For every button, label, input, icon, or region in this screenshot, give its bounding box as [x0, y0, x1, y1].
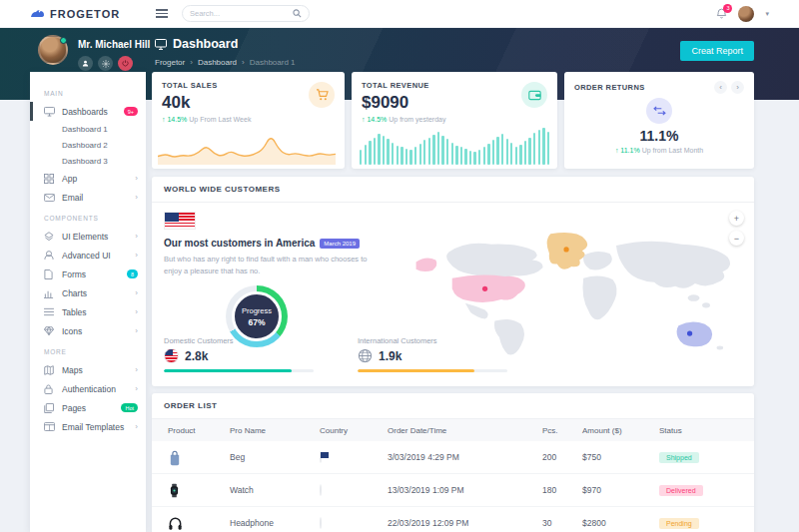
map-region-usa: [452, 275, 525, 302]
notifications-button[interactable]: 3: [716, 8, 727, 20]
revenue-bar: [360, 150, 362, 165]
column-header: Pro Name: [230, 426, 320, 435]
sidebar-item-dashboard-1[interactable]: Dashboard 1: [30, 121, 146, 137]
world-headline: Our most customers in America: [164, 238, 315, 249]
sidebar-item-label: Maps: [62, 365, 83, 375]
sidebar-item-maps[interactable]: Maps›: [30, 360, 146, 379]
revenue-bar: [483, 147, 485, 165]
sidebar-item-app[interactable]: App›: [30, 169, 146, 188]
online-status-dot: [60, 37, 67, 44]
gem-icon: [44, 325, 55, 336]
sidebar-item-label: Authentication: [62, 384, 116, 394]
search-bar: [182, 5, 310, 22]
revenue-bar: [432, 135, 434, 165]
column-header: Amount ($): [582, 426, 659, 435]
revenue-bar: [397, 146, 399, 165]
sidebar-item-dashboard-2[interactable]: Dashboard 2: [30, 137, 146, 153]
brand-logo[interactable]: FROGETOR: [30, 8, 148, 20]
world-description: But who has any right to find fault with…: [164, 254, 374, 276]
pages-icon: [44, 402, 55, 413]
revenue-bar: [383, 136, 385, 165]
product-name: Watch: [230, 485, 320, 495]
revenue-bar: [547, 132, 549, 165]
sidebar-item-email-templates[interactable]: Email Templates›: [30, 417, 146, 436]
revenue-bar: [419, 144, 421, 165]
chevron-down-icon[interactable]: ▾: [765, 10, 769, 18]
progress-value: 67%: [248, 317, 265, 327]
revenue-bar: [515, 147, 517, 165]
revenue-bar: [492, 140, 494, 165]
sidebar-badge: 9+: [124, 107, 138, 116]
sidebar-item-charts[interactable]: Charts›: [30, 283, 146, 302]
sidebar-item-advanced-ui[interactable]: Advanced UI›: [30, 246, 146, 265]
sales-sparkline: [158, 131, 336, 165]
us-flag-icon: [164, 348, 179, 363]
sidebar-item-dashboard-3[interactable]: Dashboard 3: [30, 153, 146, 169]
revenue-bar: [460, 147, 462, 165]
breadcrumb: Frogetor › Dashboard › Dashboard 1: [155, 58, 296, 67]
sidebar-item-email[interactable]: Email›: [30, 188, 146, 207]
chart-icon: [44, 287, 55, 298]
order-date: 22/03/2019 12:09 PM: [388, 518, 542, 528]
table-row[interactable]: Beg3/03/2019 4:29 PM200$750Shipped: [152, 441, 754, 474]
revenue-bar: [519, 145, 521, 165]
profile-avatar[interactable]: [38, 35, 68, 65]
revenue-bar: [473, 152, 475, 165]
revenue-bar: [542, 128, 544, 165]
monitor-icon: [44, 106, 55, 117]
sidebar-item-label: Dashboards: [62, 107, 108, 117]
sidebar-item-icons[interactable]: Icons›: [30, 321, 146, 340]
revenue-bar: [428, 138, 430, 165]
revenue-bar: [538, 130, 540, 165]
domestic-customers-stat: Domestic Customers 2.8k: [164, 336, 314, 372]
status-badge: Shipped: [659, 452, 699, 463]
product-watch-icon: [168, 482, 230, 499]
logout-button[interactable]: [118, 56, 133, 71]
revenue-bar: [437, 132, 439, 165]
create-report-button[interactable]: Creat Report: [680, 41, 754, 61]
sidebar-item-ui-elements[interactable]: UI Elements›: [30, 227, 146, 246]
table-icon: [44, 306, 55, 317]
map-region-australia: [677, 322, 713, 347]
sidebar-item-label: Advanced UI: [62, 251, 111, 261]
table-row[interactable]: Headphone22/03/2019 12:09 PM30$2800Pendi…: [152, 507, 754, 532]
sidebar: MAINDashboards9+Dashboard 1Dashboard 2Da…: [30, 72, 146, 532]
table-row[interactable]: Watch13/03/2019 1:09 PM180$970Delivered: [152, 474, 754, 507]
sidebar-item-dashboards[interactable]: Dashboards9+: [30, 102, 146, 121]
order-date: 3/03/2019 4:29 PM: [388, 452, 542, 462]
sidebar-item-tables[interactable]: Tables›: [30, 302, 146, 321]
country-flag-us: [320, 451, 322, 463]
world-wide-customers-card: WORLD WIDE CUSTOMERS Our most customers …: [152, 177, 754, 386]
carousel-next-button[interactable]: ›: [731, 81, 744, 94]
column-header: Pcs.: [542, 426, 582, 435]
breadcrumb-home[interactable]: Frogetor: [155, 58, 185, 67]
order-amount: $750: [582, 452, 659, 462]
sidebar-item-authentication[interactable]: Authentication›: [30, 379, 146, 398]
order-pcs: 200: [542, 452, 582, 462]
map-zoom-out-button[interactable]: −: [729, 231, 744, 246]
user-avatar[interactable]: [738, 6, 754, 22]
sidebar-item-label: Email Templates: [62, 422, 124, 432]
revenue-bar: [487, 144, 489, 165]
sidebar-item-label: Forms: [62, 269, 86, 279]
layers-icon: [44, 250, 55, 261]
ui-elements-icon: [44, 231, 55, 242]
chevron-right-icon: ›: [135, 251, 138, 260]
sidebar-nav: MAINDashboards9+Dashboard 1Dashboard 2Da…: [30, 90, 146, 436]
breadcrumb-section[interactable]: Dashboard: [198, 58, 237, 67]
carousel-prev-button[interactable]: ‹: [714, 81, 727, 94]
wallet-icon: [521, 82, 547, 108]
hamburger-menu-icon[interactable]: [156, 9, 168, 18]
user-name: Mr. Michael Hill: [78, 39, 150, 50]
search-input[interactable]: [190, 9, 293, 18]
search-icon[interactable]: [293, 9, 302, 18]
map-zoom-in-button[interactable]: +: [729, 211, 744, 226]
sidebar-item-pages[interactable]: PagesHot: [30, 398, 146, 417]
chevron-right-icon: ›: [135, 384, 138, 393]
settings-button[interactable]: [98, 56, 113, 71]
profile-button[interactable]: [78, 56, 93, 71]
revenue-bar: [369, 141, 371, 165]
order-pcs: 180: [542, 485, 582, 495]
sidebar-item-label: Pages: [62, 403, 86, 413]
sidebar-item-forms[interactable]: Forms8: [30, 265, 146, 283]
